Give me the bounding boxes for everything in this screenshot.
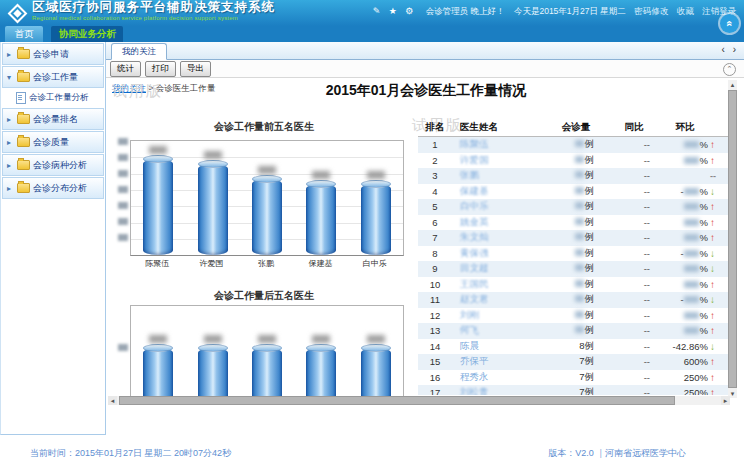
sidebar-item-会诊申请[interactable]: ▸会诊申请 <box>2 43 104 65</box>
sidebar-item-会诊病种分析[interactable]: ▸会诊病种分析 <box>2 154 104 176</box>
x-axis-label: 保建基 <box>293 258 347 269</box>
horizontal-scrollbar[interactable]: ◂ ▸ <box>108 396 730 405</box>
doctor-name-link[interactable]: 黄保强 <box>452 247 544 260</box>
doctor-name-link[interactable]: 白中乐 <box>452 200 544 213</box>
favorites-link[interactable]: 收藏 <box>677 6 694 16</box>
breadcrumb-separator: > <box>148 83 153 93</box>
doctor-name: 朱文灿 <box>460 231 489 242</box>
app-subtitle: Regional medical collaboration service p… <box>32 15 275 21</box>
nav-tab-business-analysis[interactable]: 协同业务分析 <box>51 26 123 42</box>
nav-tab-home[interactable]: 首页 <box>5 26 43 42</box>
yoy-cell: -- <box>608 155 660 166</box>
rank-cell: 17 <box>418 387 452 395</box>
scroll-right-icon[interactable]: ▸ <box>721 396 730 405</box>
doctor-name-link[interactable]: 田文超 <box>452 262 544 275</box>
collapse-header-button[interactable]: « <box>720 14 739 33</box>
yoy-cell: -- <box>608 201 660 212</box>
redacted-value <box>684 312 699 319</box>
rank-cell: 15 <box>418 356 452 367</box>
yoy-cell: -- <box>608 232 660 243</box>
x-axis-label: 张鹏 <box>239 258 293 269</box>
sidebar-subitem-label: 会诊工作量分析 <box>29 92 89 104</box>
sidebar-item-label: 会诊病种分析 <box>33 159 87 172</box>
redacted-value <box>575 233 584 240</box>
redacted-value <box>684 203 699 210</box>
content-tabstrip: 我的关注 ‹ › <box>106 42 744 60</box>
doctor-name-link[interactable]: 刘刚 <box>452 309 544 322</box>
star-icon[interactable]: ★ <box>389 6 397 16</box>
volume-cell: 例 <box>544 231 608 244</box>
redacted-value <box>575 140 584 147</box>
redacted-value <box>575 311 584 318</box>
trend-up-icon: ↑ <box>710 279 728 290</box>
statistics-button[interactable]: 统计 <box>110 61 141 77</box>
vertical-scrollbar[interactable]: ▴ ▾ <box>728 80 737 398</box>
doctor-name: 王国民 <box>460 278 489 289</box>
volume-cell: 7例 <box>544 386 608 395</box>
tab-scroll-left-icon[interactable]: ‹ <box>722 44 725 55</box>
scroll-up-icon[interactable]: ▴ <box>728 80 737 89</box>
table-row: 10王国民例--%↑ <box>418 277 728 293</box>
chart-bottom5-plot-area <box>130 305 404 402</box>
sidebar-item-会诊工作量[interactable]: ▾会诊工作量 <box>2 66 104 88</box>
doctor-name-link[interactable]: 王国民 <box>452 278 544 291</box>
redacted-value <box>575 326 584 333</box>
tab-my-focus[interactable]: 我的关注 <box>111 43 167 60</box>
change-password-link[interactable]: 密码修改 <box>634 6 668 16</box>
rank-cell: 11 <box>418 294 452 305</box>
yoy-cell: -- <box>608 217 660 228</box>
doctor-name-link[interactable]: 保建基 <box>452 185 544 198</box>
doctor-name-link[interactable]: 陈聚伍 <box>452 138 544 151</box>
sidebar-item-会诊质量[interactable]: ▸会诊质量 <box>2 131 104 153</box>
print-button[interactable]: 打印 <box>145 61 176 77</box>
doctor-name: 赵文君 <box>460 293 489 304</box>
redacted-value <box>575 202 584 209</box>
doctor-name-link[interactable]: 赵文君 <box>452 293 544 306</box>
doctor-name-link[interactable]: 程秀永 <box>452 371 544 384</box>
vertical-scrollbar-thumb[interactable] <box>728 90 737 388</box>
volume-cell: 例 <box>544 309 608 322</box>
tab-scroll-right-icon[interactable]: › <box>733 44 736 55</box>
table-row: 15乔保平7例--600%↑ <box>418 354 728 370</box>
table-row: 14陈晨8例---42.86%↓ <box>418 339 728 355</box>
export-button[interactable]: 导出 <box>180 61 211 77</box>
table-row: 13何飞例--%↑ <box>418 323 728 339</box>
rank-cell: 5 <box>418 201 452 212</box>
sidebar-item-会诊量排名[interactable]: ▸会诊量排名 <box>2 108 104 130</box>
scroll-left-icon[interactable]: ◂ <box>108 396 117 405</box>
doctor-name-link[interactable]: 张鹏 <box>452 169 544 182</box>
doctor-name-link[interactable]: 朱文灿 <box>452 231 544 244</box>
sidebar-item-会诊分布分析[interactable]: ▸会诊分布分析 <box>2 177 104 199</box>
sidebar-subitem-会诊工作量分析[interactable]: 会诊工作量分析 <box>1 89 105 107</box>
gear-icon[interactable]: ⚙ <box>405 6 413 16</box>
yoy-cell: -- <box>608 325 660 336</box>
edit-icon[interactable]: ✎ <box>373 6 381 16</box>
doctor-name-link[interactable]: 许爱国 <box>452 154 544 167</box>
bar-白中乐 <box>361 184 391 255</box>
rank-cell: 4 <box>418 186 452 197</box>
table-row: 2许爱国例--%↑ <box>418 153 728 169</box>
doctor-name-link[interactable]: 何飞 <box>452 324 544 337</box>
yoy-cell: -- <box>608 372 660 383</box>
x-axis-label: 陈聚伍 <box>130 258 184 269</box>
mom-cell: % <box>660 310 710 321</box>
header-mom: 环比 <box>660 121 710 134</box>
yoy-cell: -- <box>608 170 660 181</box>
table-row: 5白中乐例--%↑ <box>418 199 728 215</box>
report-title: 2015年01月会诊医生工作量情况 <box>226 82 626 100</box>
trend-up-icon: ↑ <box>710 232 728 243</box>
breadcrumb-link[interactable]: 我的关注 <box>112 83 146 93</box>
doctor-name-link[interactable]: 陈晨 <box>452 340 544 353</box>
collapse-toolbar-icon[interactable]: ⌃ <box>723 63 736 76</box>
doctor-name-link[interactable]: 姚金英 <box>452 216 544 229</box>
folder-icon <box>17 114 30 124</box>
mom-cell: % <box>660 232 710 243</box>
horizontal-scrollbar-thumb[interactable] <box>119 396 675 405</box>
doctor-name-link[interactable]: 刘松青 <box>452 386 544 395</box>
header-doctor-name: 医生姓名 <box>452 121 544 134</box>
doctor-name-link[interactable]: 乔保平 <box>452 355 544 368</box>
trend-up-icon: ↑ <box>710 155 728 166</box>
redacted-value <box>684 265 699 272</box>
trend-up-icon: ↑ <box>710 139 728 150</box>
table-row: 9田文超例--%↓ <box>418 261 728 277</box>
